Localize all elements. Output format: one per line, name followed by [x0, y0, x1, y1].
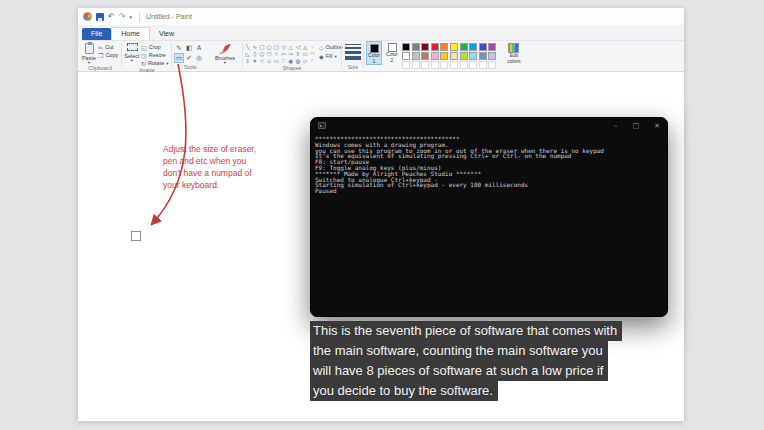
palette-color[interactable]	[421, 52, 429, 60]
tab-view[interactable]: View	[150, 28, 183, 40]
palette-color[interactable]	[450, 43, 458, 51]
select-button[interactable]: Select ▾	[123, 41, 141, 63]
size-button[interactable]	[345, 41, 361, 60]
shape-cell[interactable]: ⬠	[258, 50, 265, 57]
palette-color[interactable]	[440, 52, 448, 60]
tab-home[interactable]: Home	[111, 27, 150, 40]
shape-cell[interactable]: ◉	[287, 57, 294, 64]
palette-color[interactable]	[469, 52, 477, 60]
palette-empty-slot[interactable]	[460, 61, 468, 69]
palette-color[interactable]	[469, 43, 477, 51]
color1-button[interactable]: Color 1	[366, 41, 382, 65]
palette-color[interactable]	[402, 52, 410, 60]
shape-cell[interactable]: ○	[266, 43, 273, 50]
cut-button[interactable]: ✂ Cut	[98, 44, 118, 51]
outline-button[interactable]: ◇ Outline ▾	[319, 44, 347, 51]
palette-empty-slot[interactable]	[421, 61, 429, 69]
shape-cell[interactable]: ╲	[244, 43, 251, 50]
palette-color[interactable]	[412, 52, 420, 60]
title-bar[interactable]: ↶ ↷ ▾ Untitled - Paint	[78, 8, 684, 25]
shape-cell[interactable]: ◇	[280, 43, 287, 50]
shape-cell[interactable]: ⇨	[287, 50, 294, 57]
shape-cell[interactable]: ✦	[251, 57, 258, 64]
palette-empty-slot[interactable]	[440, 61, 448, 69]
group-colors: Color 1 Color 2 Edit colors Colors	[366, 41, 536, 71]
minimize-button[interactable]: –	[614, 121, 618, 131]
group-brushes: Brushes ▾	[209, 41, 241, 71]
shape-cell[interactable]: ⬡	[266, 50, 273, 57]
palette-color[interactable]	[479, 43, 487, 51]
fill-button[interactable]: ◆ Fill ▾	[319, 53, 347, 60]
fill-tool[interactable]: ◧	[184, 43, 194, 53]
palette-color[interactable]	[460, 52, 468, 60]
crop-button[interactable]: ◱ Crop	[141, 44, 169, 51]
resize-button[interactable]: ◳ Resize	[141, 52, 169, 59]
palette-empty-slot[interactable]	[412, 61, 420, 69]
shape-cell[interactable]: ▭	[273, 57, 280, 64]
palette-color[interactable]	[402, 43, 410, 51]
palette-color[interactable]	[431, 43, 439, 51]
paste-icon	[85, 43, 94, 54]
brushes-button[interactable]: Brushes ▾	[209, 41, 241, 65]
desktop: { "theme": { "accent_red": "#c23b3b", "f…	[0, 0, 764, 430]
shape-cell[interactable]: ⇩	[244, 57, 251, 64]
rotate-button[interactable]: ↻ Rotate ▾	[141, 60, 169, 67]
eraser-tool[interactable]: ▭	[174, 53, 184, 63]
color2-button[interactable]: Color 2	[384, 41, 400, 63]
close-button[interactable]: ✕	[654, 121, 660, 131]
shape-cell[interactable]: △	[287, 43, 294, 50]
shape-cell[interactable]: ▢	[273, 43, 280, 50]
shape-cell[interactable]: ☆	[258, 57, 265, 64]
shape-cell[interactable]: ▱	[302, 57, 309, 64]
tools-group-label: Tools	[174, 64, 206, 71]
redo-icon[interactable]: ↷	[119, 13, 126, 21]
shape-cell[interactable]: ◍	[294, 57, 301, 64]
paint-app-icon[interactable]	[83, 12, 92, 21]
qat-dropdown-icon[interactable]: ▾	[129, 14, 132, 20]
group-clipboard: Paste ▾ ✂ Cut ❐ Copy Clipboard	[80, 41, 120, 71]
palette-empty-slot[interactable]	[488, 61, 496, 69]
text-tool[interactable]: A	[194, 43, 204, 53]
undo-icon[interactable]: ↶	[108, 13, 115, 21]
palette-empty-slot[interactable]	[469, 61, 477, 69]
color-picker-tool[interactable]: ✐	[184, 53, 194, 63]
shape-cell[interactable]: ▭	[302, 50, 309, 57]
shape-cell[interactable]: □	[258, 43, 265, 50]
shape-cell[interactable]: ✩	[266, 57, 273, 64]
shape-cell[interactable]: ♡	[280, 57, 287, 64]
palette-color[interactable]	[479, 52, 487, 60]
magnifier-tool[interactable]: ◎	[194, 53, 204, 63]
pencil-tool[interactable]: ✎	[174, 43, 184, 53]
shape-cell[interactable]: ∿	[251, 43, 258, 50]
shape-cell[interactable]: ⇦	[280, 50, 287, 57]
shape-cell[interactable]: ⇧	[294, 50, 301, 57]
shape-cell[interactable]: ◜	[309, 57, 316, 64]
shape-cell[interactable]: ◬	[302, 43, 309, 50]
shape-cell[interactable]: ◠	[309, 50, 316, 57]
palette-color[interactable]	[488, 52, 496, 60]
palette-color[interactable]	[488, 43, 496, 51]
tab-file[interactable]: File	[82, 28, 111, 40]
palette-color[interactable]	[431, 52, 439, 60]
save-icon[interactable]	[96, 13, 104, 21]
shape-cell[interactable]: ◦	[309, 43, 316, 50]
palette-empty-slot[interactable]	[450, 61, 458, 69]
palette-color[interactable]	[421, 43, 429, 51]
paste-button[interactable]: Paste ▾	[80, 41, 98, 65]
prompt-icon: ▸	[319, 124, 322, 128]
palette-color[interactable]	[450, 52, 458, 60]
console-title-bar[interactable]: ▸ – □ ✕	[311, 118, 667, 133]
palette-empty-slot[interactable]	[402, 61, 410, 69]
shape-cell[interactable]: ◁	[294, 43, 301, 50]
shape-cell[interactable]: ◺	[244, 50, 251, 57]
palette-color[interactable]	[412, 43, 420, 51]
shape-cell[interactable]: ☆	[273, 50, 280, 57]
palette-empty-slot[interactable]	[479, 61, 487, 69]
maximize-button[interactable]: □	[633, 121, 640, 131]
shape-cell[interactable]: ◊	[251, 50, 258, 57]
palette-color[interactable]	[440, 43, 448, 51]
edit-colors-button[interactable]: Edit colors	[503, 41, 525, 64]
copy-button[interactable]: ❐ Copy	[98, 52, 118, 59]
palette-empty-slot[interactable]	[431, 61, 439, 69]
palette-color[interactable]	[460, 43, 468, 51]
